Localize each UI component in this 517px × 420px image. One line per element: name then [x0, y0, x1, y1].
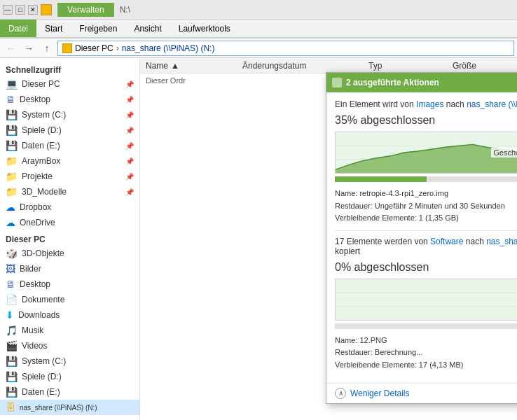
sidebar-item-downloads[interactable]: ⬇ Downloads [0, 307, 139, 323]
desc2-pre: 17 Elemente werden von [335, 237, 430, 246]
sidebar-item-musik[interactable]: 🎵 Musik [0, 323, 139, 338]
title-bar: — □ ✕ Verwalten N:\ [0, 0, 517, 20]
copy-dialog: 2 ausgeführte Aktionen — □ ✕ Ein Element… [326, 72, 517, 404]
drive-c-icon: 💾 [6, 356, 18, 367]
desc2-mid: nach [463, 237, 486, 246]
sidebar-item-projekte[interactable]: 📁 Projekte 📌 [0, 169, 139, 184]
address-path[interactable]: Dieser PC › nas_share (\\PiNAS) (N:) [57, 41, 514, 56]
col-type-header[interactable]: Typ [363, 58, 447, 73]
verwalten-tab[interactable]: Verwalten [57, 3, 114, 17]
up-button[interactable]: ↑ [39, 41, 55, 56]
tab-laufwerktools[interactable]: Laufwerktools [170, 20, 239, 37]
tab-start[interactable]: Start [36, 20, 71, 37]
sidebar-item-desktop-quick[interactable]: 🖥 Desktop 📌 [0, 92, 139, 107]
sidebar-item-onedrive[interactable]: ☁ OneDrive [0, 215, 139, 230]
speed-label-1: Geschwindigkeit: 6,57 MB/s [491, 148, 517, 158]
chart-svg-1 [336, 132, 517, 173]
back-button[interactable]: ← [3, 41, 18, 56]
sidebar-item-daten-e-quick[interactable]: 💾 Daten (E:) 📌 [0, 138, 139, 153]
path-sep1: › [116, 43, 119, 53]
source-link[interactable]: Images [416, 99, 443, 109]
schnellzugriff-header: Schnellzugriff [0, 61, 139, 76]
forward-button[interactable]: → [21, 41, 36, 56]
transfer-chart-1: Geschwindigkeit: 6,57 MB/s [335, 132, 517, 174]
detail-remaining-2: Verbleibende Elemente: 17 (4,13 MB) [335, 359, 517, 372]
col-date-header[interactable]: Änderungsdatum [237, 58, 363, 73]
sidebar-item-3d-modelle[interactable]: 📁 3D_Modelle 📌 [0, 184, 139, 200]
sidebar-item-dieser-pc-quick[interactable]: 💻 Dieser PC 📌 [0, 76, 139, 92]
col-size-header[interactable]: Größe [447, 58, 517, 73]
desc-pre: Ein Element wird von [335, 99, 416, 109]
sidebar-label: Bilder [20, 264, 41, 274]
progress-bar-container-2 [335, 323, 517, 329]
path-share: nas_share (\\PiNAS) (N:) [122, 43, 215, 53]
section1-details: Name: retropie-4.3-rpi1_zero.img Restdau… [335, 188, 517, 225]
weniger-label: Weniger Details [350, 388, 409, 398]
dialog-title: 2 ausgeführte Aktionen [346, 78, 517, 88]
ribbon: Datei Start Freigeben Ansicht Laufwerkto… [0, 20, 517, 38]
dropbox-icon: ☁ [6, 202, 15, 213]
dialog-title-bar: 2 ausgeführte Aktionen — □ ✕ [326, 73, 517, 92]
sidebar-label: Musik [22, 326, 43, 335]
3d-icon: 🎲 [6, 248, 18, 259]
progress-label-2: 0% abgeschlossen [335, 261, 429, 274]
sidebar-item-bilder[interactable]: 🖼 Bilder [0, 261, 139, 276]
sidebar-item-nas[interactable]: 🗄 nas_share (\\PiNAS) (N:) [0, 400, 139, 415]
pc-icon: 💻 [6, 78, 18, 90]
svg-rect-3 [336, 279, 517, 320]
detail-time-1: Restdauer: Ungefähr 2 Minuten und 30 Sek… [335, 200, 517, 213]
sidebar-item-daten-e[interactable]: 💾 Daten (E:) [0, 384, 139, 400]
minimize-button[interactable]: — [3, 5, 13, 15]
tab-freigeben[interactable]: Freigeben [71, 20, 125, 37]
detail-name-2: Name: 12.PNG [335, 335, 517, 347]
col-name-header[interactable]: Name ▲ [140, 58, 237, 73]
folder-icon: 📁 [6, 171, 18, 182]
desc2-post: kopiert [335, 246, 360, 256]
drive-icon: 💾 [6, 140, 18, 151]
videos-icon: 🎬 [6, 340, 18, 351]
maximize-button[interactable]: □ [15, 5, 25, 15]
sidebar-item-dropbox[interactable]: ☁ Dropbox [0, 200, 139, 215]
section2-details: Name: 12.PNG Restdauer: Berechnung... Ve… [335, 335, 517, 372]
desktop-icon: 🖥 [6, 94, 15, 105]
dest-link[interactable]: nas_share (\\PiNAS) (N:) [467, 99, 517, 109]
sidebar-label: 3D_Modelle [22, 187, 67, 197]
detail-name-1: Name: retropie-4.3-rpi1_zero.img [335, 188, 517, 200]
sidebar-item-spiele-d[interactable]: 💾 Spiele (D:) [0, 369, 139, 384]
sidebar-item-desktop-pc[interactable]: 🖥 Desktop [0, 276, 139, 292]
sidebar-label: nas_share (\\PiNAS) (N:) [20, 404, 97, 412]
section2-header: 17 Elemente werden von Software nach nas… [335, 237, 517, 256]
sidebar-item-videos[interactable]: 🎬 Videos [0, 338, 139, 354]
documents-icon: 📄 [6, 294, 18, 305]
sidebar-item-system-c[interactable]: 💾 System (C:) [0, 354, 139, 369]
sidebar-label: OneDrive [20, 218, 55, 227]
folder-icon: 📁 [6, 155, 18, 167]
sidebar-label: Projekte [22, 172, 53, 181]
dest2-link[interactable]: nas_share (\\PiNAS) (N:) [486, 237, 517, 246]
column-headers: Name ▲ Änderungsdatum Typ Größe [140, 58, 517, 74]
section1-progress-title: 35% abgeschlossen ⏸ ✕ [335, 113, 517, 127]
sidebar-item-dokumente[interactable]: 📄 Dokumente [0, 292, 139, 307]
drive-d-icon: 💾 [6, 371, 18, 382]
desktop-icon: 🖥 [6, 279, 15, 290]
source2-link[interactable]: Software [430, 237, 463, 246]
dieser-pc-header: Dieser PC [0, 230, 139, 246]
close-button-main[interactable]: ✕ [28, 5, 38, 15]
pin-icon: 📌 [125, 173, 134, 181]
pin-icon: 📌 [125, 96, 134, 104]
sidebar-label: Dropbox [20, 202, 51, 212]
detail-remaining-1: Verbleibende Elemente: 1 (1,35 GB) [335, 212, 517, 225]
weniger-details-button[interactable]: ∧ Weniger Details [326, 383, 517, 403]
na-label: N:\ [120, 5, 130, 15]
sidebar-label: Daten (E:) [22, 141, 60, 150]
tab-datei[interactable]: Datei [0, 20, 36, 37]
sidebar-label: Desktop [20, 94, 50, 104]
sidebar-item-spiele-d-quick[interactable]: 💾 Spiele (D:) 📌 [0, 122, 139, 138]
sidebar-label: System (C:) [22, 110, 66, 120]
tab-ansicht[interactable]: Ansicht [125, 20, 170, 37]
sidebar-item-araymbox[interactable]: 📁 AraymBox 📌 [0, 153, 139, 169]
pin-icon: 📌 [125, 188, 134, 196]
sidebar-item-3d-objekte[interactable]: 🎲 3D-Objekte [0, 246, 139, 261]
divider [335, 230, 517, 231]
sidebar-item-system-c-quick[interactable]: 💾 System (C:) 📌 [0, 107, 139, 122]
